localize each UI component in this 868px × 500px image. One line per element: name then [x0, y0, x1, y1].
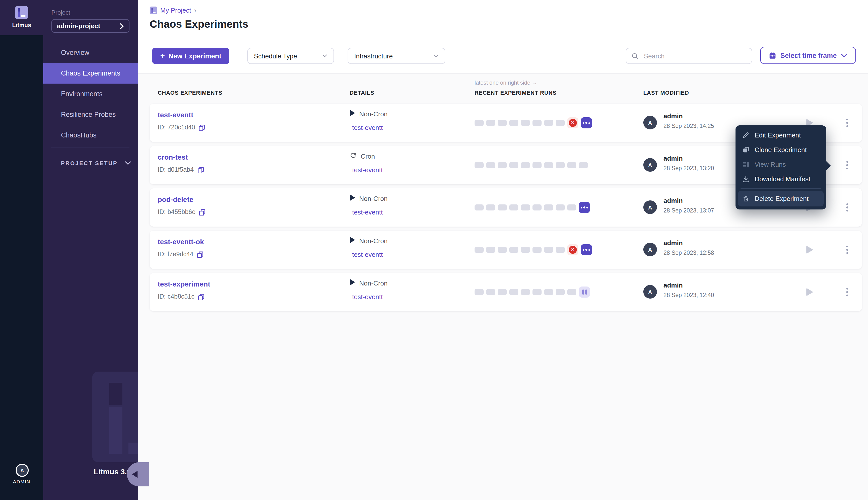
- sidebar-item-project-setup[interactable]: PROJECT SETUP: [43, 156, 138, 171]
- run-indicator-empty[interactable]: [475, 247, 484, 253]
- run-indicator-empty[interactable]: [475, 120, 484, 126]
- run-indicator-empty[interactable]: [509, 289, 518, 295]
- run-indicator-running[interactable]: [581, 244, 592, 255]
- user-avatar[interactable]: A: [15, 464, 29, 477]
- run-indicator-empty[interactable]: [532, 162, 542, 168]
- run-indicator-empty[interactable]: [486, 204, 495, 211]
- run-indicator-paused[interactable]: [579, 286, 590, 298]
- run-indicator-empty[interactable]: [498, 204, 507, 211]
- menu-item-delete-experiment[interactable]: Delete Experiment: [738, 191, 824, 206]
- row-menu-button[interactable]: [842, 285, 853, 298]
- row-menu-button[interactable]: [842, 159, 853, 172]
- run-indicator-running[interactable]: [581, 117, 592, 128]
- row-menu-button[interactable]: [842, 201, 853, 214]
- run-indicator-empty[interactable]: [475, 162, 484, 168]
- experiment-detail-link[interactable]: test-eventt: [352, 293, 383, 300]
- run-indicator-empty[interactable]: [544, 120, 553, 126]
- experiment-name-link[interactable]: test-eventt-ok: [158, 238, 204, 246]
- experiment-name-link[interactable]: test-eventt: [158, 111, 193, 119]
- author-name: admin: [664, 197, 683, 204]
- chevron-right-icon: [120, 23, 124, 29]
- run-indicator-empty[interactable]: [521, 162, 530, 168]
- run-indicator-empty[interactable]: [556, 204, 565, 211]
- menu-item-view-runs: View Runs: [735, 157, 826, 172]
- sidebar-item-resilience-probes[interactable]: Resilience Probes: [43, 104, 138, 125]
- run-indicator-empty[interactable]: [475, 289, 484, 295]
- run-indicator-empty[interactable]: [532, 289, 542, 295]
- run-indicator-empty[interactable]: [556, 162, 565, 168]
- run-indicator-empty[interactable]: [486, 247, 495, 253]
- run-indicator-empty[interactable]: [521, 120, 530, 126]
- menu-item-download-manifest[interactable]: Download Manifest: [735, 172, 826, 186]
- row-menu-button[interactable]: [842, 243, 853, 256]
- experiment-detail-link[interactable]: test-eventt: [352, 251, 383, 258]
- sidebar-collapse-button[interactable]: [127, 462, 149, 486]
- run-indicator-empty[interactable]: [521, 204, 530, 211]
- run-indicator-empty[interactable]: [475, 204, 484, 211]
- experiment-name-link[interactable]: pod-delete: [158, 195, 193, 203]
- run-indicator-empty[interactable]: [486, 289, 495, 295]
- run-indicator-empty[interactable]: [521, 247, 530, 253]
- run-indicator-empty[interactable]: [532, 247, 542, 253]
- experiment-detail-link[interactable]: test-eventt: [352, 166, 383, 174]
- run-indicator-empty[interactable]: [509, 247, 518, 253]
- sidebar-item-overview[interactable]: Overview: [43, 42, 138, 63]
- run-indicator-empty[interactable]: [498, 162, 507, 168]
- run-indicator-failed[interactable]: ✕: [567, 117, 578, 128]
- experiment-detail-link[interactable]: test-eventt: [352, 124, 383, 132]
- run-indicator-empty[interactable]: [521, 289, 530, 295]
- modified-date: 28 Sep 2023, 13:07: [664, 207, 714, 214]
- run-indicator-empty[interactable]: [498, 247, 507, 253]
- run-indicator-empty[interactable]: [544, 162, 553, 168]
- run-indicator-empty[interactable]: [532, 204, 542, 211]
- run-indicator-empty[interactable]: [544, 247, 553, 253]
- time-frame-button[interactable]: Select time frame: [760, 47, 856, 64]
- chevron-left-icon: [132, 471, 137, 478]
- play-icon: [350, 237, 355, 245]
- experiment-detail-link[interactable]: test-eventt: [352, 208, 383, 216]
- run-indicator-failed[interactable]: ✕: [567, 244, 578, 255]
- run-experiment-button[interactable]: [806, 288, 813, 296]
- sidebar-item-chaos-experiments[interactable]: Chaos Experiments: [43, 63, 138, 83]
- new-experiment-button[interactable]: + New Experiment: [152, 48, 229, 64]
- schedule-type-select[interactable]: Schedule Type: [247, 48, 334, 64]
- menu-item-edit-experiment[interactable]: Edit Experiment: [735, 128, 826, 143]
- search-input[interactable]: [643, 52, 747, 60]
- sidebar-item-chaoshubs[interactable]: ChaosHubs: [43, 125, 138, 146]
- run-experiment-button[interactable]: [806, 246, 813, 254]
- run-indicator-empty[interactable]: [556, 289, 565, 295]
- litmus-logo-icon[interactable]: [15, 6, 28, 19]
- run-indicator-empty[interactable]: [567, 289, 576, 295]
- copy-id-button[interactable]: [197, 251, 204, 258]
- run-indicator-empty[interactable]: [544, 204, 553, 211]
- run-indicator-empty[interactable]: [532, 120, 542, 126]
- run-indicator-empty[interactable]: [498, 289, 507, 295]
- project-selector[interactable]: admin-project: [52, 19, 129, 33]
- run-indicator-empty[interactable]: [498, 120, 507, 126]
- run-indicator-empty[interactable]: [556, 120, 565, 126]
- experiment-name-link[interactable]: test-experiment: [158, 280, 210, 288]
- run-indicator-empty[interactable]: [509, 162, 518, 168]
- copy-id-button[interactable]: [197, 167, 204, 173]
- copy-id-button[interactable]: [198, 293, 204, 300]
- breadcrumb-link-my-project[interactable]: My Project: [160, 7, 191, 14]
- run-indicator-empty[interactable]: [509, 204, 518, 211]
- run-indicator-empty[interactable]: [556, 247, 565, 253]
- author-name: admin: [664, 112, 683, 120]
- sidebar-item-environments[interactable]: Environments: [43, 83, 138, 104]
- copy-id-button[interactable]: [199, 209, 205, 215]
- view-runs-icon: [742, 161, 749, 168]
- run-indicator-empty[interactable]: [486, 162, 495, 168]
- run-indicator-empty[interactable]: [567, 162, 576, 168]
- run-indicator-empty[interactable]: [544, 289, 553, 295]
- row-menu-button[interactable]: [842, 116, 853, 129]
- run-indicator-running[interactable]: [579, 202, 590, 213]
- infrastructure-select[interactable]: Infrastructure: [348, 48, 445, 64]
- run-indicator-empty[interactable]: [509, 120, 518, 126]
- run-indicator-empty[interactable]: [486, 120, 495, 126]
- run-indicator-empty[interactable]: [567, 204, 576, 211]
- menu-item-clone-experiment[interactable]: Clone Experiment: [735, 143, 826, 157]
- copy-id-button[interactable]: [199, 124, 205, 130]
- run-indicator-empty[interactable]: [579, 162, 588, 168]
- experiment-name-link[interactable]: cron-test: [158, 153, 188, 161]
